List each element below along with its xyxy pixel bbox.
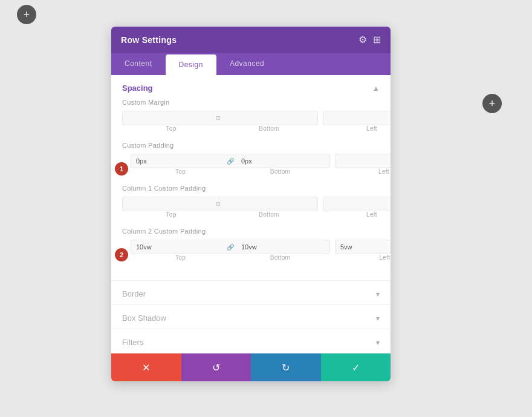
col1-padding-row: ⊡ Top Bottom ⊡ (122, 197, 380, 226)
boxshadow-chevron-icon: ▾ (376, 314, 380, 323)
col2-tb-input: 🔗 (131, 240, 330, 254)
margin-lr-input: ⊡ (323, 111, 391, 125)
modal-body: Spacing ▲ Custom Margin ⊡ (111, 75, 391, 353)
boxshadow-section-header[interactable]: Box Shadow ▾ (111, 305, 391, 329)
col1-padding-inputs: ⊡ Top Bottom ⊡ (122, 197, 380, 226)
padding-tb-labels: Top Bottom (131, 168, 330, 175)
row-settings-modal: Row Settings ⚙ ⊞ Content Design Advanced… (111, 27, 391, 381)
col1-lr-labels: Left Right (323, 211, 391, 218)
spacing-section: Spacing ▲ Custom Margin ⊡ (111, 75, 391, 281)
margin-bottom-input[interactable] (224, 111, 317, 125)
expand-icon[interactable]: ⊞ (373, 35, 381, 45)
padding-bottom-input[interactable] (236, 154, 329, 168)
undo-icon: ↺ (212, 362, 220, 373)
redo-button[interactable]: ↻ (251, 353, 321, 381)
tabs: Content Design Advanced (111, 53, 391, 75)
col2-padding-label: Column 2 Custom Padding (122, 228, 380, 235)
save-button[interactable]: ✓ (321, 353, 391, 381)
border-title: Border (122, 289, 146, 298)
modal-header: Row Settings ⚙ ⊞ (111, 27, 391, 53)
margin-top-bottom-input: ⊡ (122, 111, 318, 125)
spacing-title: Spacing (122, 84, 153, 93)
margin-top-input[interactable] (123, 111, 216, 125)
col2-tb-labels: Top Bottom (131, 254, 330, 261)
modal-title: Row Settings (121, 35, 177, 45)
col1-top-input[interactable] (123, 197, 216, 211)
filters-title: Filters (122, 338, 143, 347)
custom-padding-label: Custom Padding (122, 142, 380, 149)
padding-top-input[interactable] (131, 154, 224, 168)
badge-1: 1 (115, 162, 128, 176)
margin-tb-labels: Top Bottom (122, 125, 318, 132)
border-chevron-icon: ▾ (376, 290, 380, 298)
filters-section-header[interactable]: Filters ▾ (111, 329, 391, 353)
margin-lr-labels: Left Right (323, 125, 391, 132)
padding-left-input[interactable] (336, 154, 391, 168)
col2-lr: 🔗 Left Right (335, 240, 391, 269)
plus-icon: + (24, 8, 30, 21)
col2-link-icon-left[interactable]: 🔗 (224, 240, 236, 254)
col2-tb: 🔗 Top Bottom (131, 240, 330, 269)
col2-lr-input: 🔗 (335, 240, 391, 254)
padding-tb-input: 🔗 (131, 154, 330, 168)
margin-top-bottom: ⊡ Top Bottom (122, 111, 318, 140)
save-icon: ✓ (352, 362, 360, 373)
padding-lr-input: ⊡ (335, 154, 391, 168)
border-section-header[interactable]: Border ▾ (111, 281, 391, 304)
margin-left-right: ⊡ Left Right (323, 111, 391, 140)
custom-margin-label: Custom Margin (122, 99, 380, 106)
col1-tb-input: ⊡ (122, 197, 318, 211)
col1-bottom-input[interactable] (224, 197, 317, 211)
badge-2: 2 (115, 248, 128, 261)
col2-left-label: Left (335, 254, 391, 261)
col2-padding-row: 2 🔗 Top Bottom (122, 240, 380, 269)
padding-link-icon[interactable]: 🔗 (224, 154, 236, 168)
tab-advanced[interactable]: Advanced (216, 53, 277, 75)
col2-padding-inputs: 🔗 Top Bottom 🔗 (131, 240, 380, 269)
boxshadow-title: Box Shadow (122, 314, 166, 323)
spacing-section-header[interactable]: Spacing ▲ (111, 75, 391, 99)
modal-footer: ✕ ↺ ↻ ✓ (111, 353, 391, 381)
col1-bottom-label: Bottom (220, 211, 318, 218)
padding-top-bottom: 🔗 Top Bottom (131, 154, 330, 183)
margin-left-label: Left (323, 125, 391, 132)
margin-left-input[interactable] (323, 111, 391, 125)
col2-left-input[interactable] (336, 240, 391, 254)
col2-bottom-input[interactable] (236, 240, 329, 254)
col1-left-input[interactable] (323, 197, 391, 211)
margin-responsive-icon-left[interactable]: ⊡ (216, 111, 224, 125)
col1-lr-input: ⊡ (323, 197, 391, 211)
cancel-button[interactable]: ✕ (111, 353, 181, 381)
redo-icon: ↻ (282, 362, 290, 373)
margin-inputs: ⊡ Top Bottom ⊡ (122, 111, 380, 140)
padding-lr-labels: Left Right (335, 168, 391, 175)
col1-left-label: Left (323, 211, 391, 218)
col1-lr: ⊡ Left Right (323, 197, 391, 226)
col1-top-label: Top (122, 211, 220, 218)
margin-bottom-label: Bottom (220, 125, 318, 132)
undo-button[interactable]: ↺ (181, 353, 251, 381)
settings-icon[interactable]: ⚙ (358, 35, 367, 45)
tab-content[interactable]: Content (111, 53, 166, 75)
add-button-right[interactable]: + (482, 94, 502, 113)
tab-design[interactable]: Design (166, 54, 216, 75)
col1-tb-labels: Top Bottom (122, 211, 318, 218)
padding-left-right: ⊡ Left Right (335, 154, 391, 183)
col2-bottom-label: Bottom (230, 254, 330, 261)
col1-responsive-icon-left[interactable]: ⊡ (216, 197, 224, 211)
col2-lr-labels: Left Right (335, 254, 391, 261)
padding-bottom-label: Bottom (230, 168, 330, 175)
filters-chevron-icon: ▾ (376, 338, 380, 347)
add-button-topleft[interactable]: + (17, 5, 36, 24)
plus-icon-right: + (489, 97, 496, 110)
col2-top-input[interactable] (131, 240, 224, 254)
col1-tb: ⊡ Top Bottom (122, 197, 318, 226)
filters-section: Filters ▾ (111, 329, 391, 353)
spacing-section-content: Custom Margin ⊡ Top Bottom (111, 99, 391, 280)
padding-inputs: 🔗 Top Bottom ⊡ (131, 154, 380, 183)
col1-padding-label: Column 1 Custom Padding (122, 185, 380, 192)
custom-margin-row: ⊡ Top Bottom ⊡ (122, 111, 380, 140)
col2-top-label: Top (131, 254, 230, 261)
padding-left-label: Left (335, 168, 391, 175)
header-icons: ⚙ ⊞ (358, 35, 381, 45)
